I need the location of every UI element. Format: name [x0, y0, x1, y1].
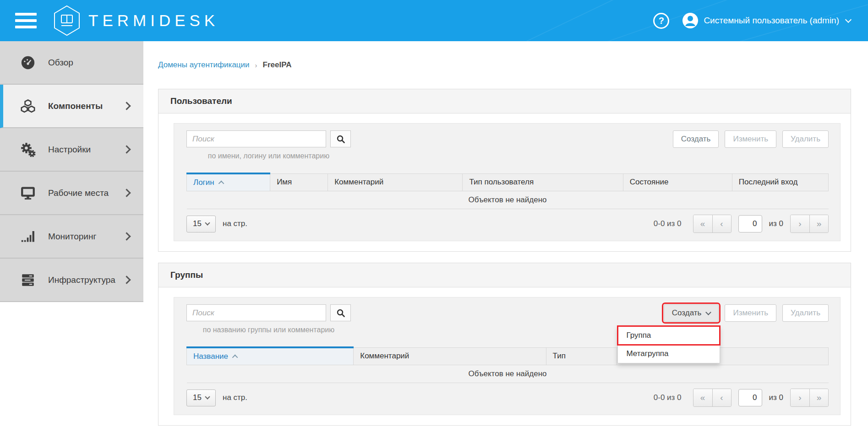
users-delete-button[interactable]: Удалить — [782, 130, 829, 148]
chevron-right-icon — [122, 276, 131, 284]
groups-range-label: 0-0 из 0 — [654, 393, 682, 402]
groups-first-page-button[interactable]: « — [693, 389, 712, 406]
users-col-last-login[interactable]: Последний вход — [732, 173, 828, 191]
users-search-input[interactable] — [186, 130, 326, 147]
users-col-type[interactable]: Тип пользователя — [463, 173, 623, 191]
groups-page-size-select[interactable]: 15 — [186, 389, 216, 406]
users-search-hint: по имени, логину или комментарию — [186, 152, 351, 160]
chevron-down-icon — [205, 394, 210, 399]
users-next-page-button[interactable]: › — [791, 215, 809, 232]
users-pagination: 15 на стр. 0-0 из 0 « ‹ из 0 — [186, 209, 829, 241]
users-empty-row: Объектов не найдено — [187, 191, 829, 209]
groups-last-page-button[interactable]: » — [809, 389, 828, 406]
groups-panel-title: Группы — [158, 263, 851, 287]
groups-panel: Группы — [158, 263, 851, 426]
users-range-label: 0-0 из 0 — [654, 219, 682, 228]
groups-col-title[interactable]: Название — [187, 347, 354, 365]
chevron-right-icon — [122, 232, 131, 240]
groups-create-dropdown-menu: Группа Метагруппа — [617, 326, 720, 363]
avatar-icon — [682, 12, 699, 29]
users-col-login[interactable]: Логин — [187, 173, 270, 191]
groups-col-type[interactable]: Тип — [546, 347, 617, 365]
sort-asc-icon — [218, 181, 224, 187]
sidebar-item-monitoring[interactable]: Мониторинг — [0, 215, 143, 259]
sidebar-item-settings[interactable]: Настройки — [0, 128, 143, 172]
dashboard-gauge-icon — [19, 55, 37, 70]
users-col-comment[interactable]: Комментарий — [328, 173, 463, 191]
groups-create-dropdown-button[interactable]: Создать — [664, 304, 719, 322]
breadcrumb: Домены аутентификации › FreeIPA — [158, 60, 851, 70]
users-table: Логин Имя Комментарий Тип пользователя С… — [186, 173, 829, 209]
groups-search-input[interactable] — [186, 304, 326, 321]
logo-wordmark: TERMIDESK — [88, 11, 219, 30]
sidebar-item-workplaces[interactable]: Рабочие места — [0, 172, 143, 215]
help-icon[interactable]: ? — [653, 13, 669, 29]
users-edit-button[interactable]: Изменить — [725, 130, 776, 148]
breadcrumb-current: FreeIPA — [263, 60, 292, 70]
users-of-label: из 0 — [769, 219, 783, 228]
groups-page-input[interactable] — [738, 389, 762, 406]
chevron-down-icon — [706, 309, 712, 315]
menu-hamburger-icon[interactable] — [15, 13, 37, 28]
top-header: TERMIDESK ? Системный пользователь (admi… — [0, 0, 868, 41]
menu-item-metagroup[interactable]: Метагруппа — [618, 345, 720, 363]
users-panel: Пользователи — [158, 89, 851, 252]
sidebar: Обзор Компоненты — [0, 41, 143, 302]
users-prev-page-button[interactable]: ‹ — [712, 215, 731, 232]
user-menu[interactable]: Системный пользователь (admin) — [682, 12, 851, 29]
settings-gears-icon — [19, 142, 37, 157]
groups-delete-button[interactable]: Удалить — [782, 304, 829, 322]
components-cubes-icon — [19, 98, 37, 114]
monitoring-chart-icon — [19, 229, 37, 244]
sidebar-item-overview[interactable]: Обзор — [0, 41, 143, 85]
sidebar-item-components[interactable]: Компоненты — [0, 85, 143, 128]
chevron-down-icon — [845, 16, 852, 22]
groups-edit-button[interactable]: Изменить — [725, 304, 776, 322]
termidesk-logo-icon — [53, 5, 81, 36]
users-col-name[interactable]: Имя — [270, 173, 328, 191]
groups-pagination: 15 на стр. 0-0 из 0 « ‹ из 0 — [186, 383, 829, 415]
users-search-block: по имени, логину или комментарию — [186, 130, 351, 160]
groups-empty-row: Объектов не найдено — [187, 365, 829, 383]
users-panel-title: Пользователи — [158, 89, 851, 114]
sort-asc-icon — [232, 355, 238, 361]
infrastructure-servers-icon — [19, 272, 37, 288]
users-first-page-button[interactable]: « — [693, 215, 712, 232]
users-create-button[interactable]: Создать — [673, 130, 719, 148]
per-page-label: на стр. — [223, 219, 247, 228]
groups-table: Название Комментарий Тип Объектов не най… — [186, 346, 829, 383]
groups-next-page-button[interactable]: › — [791, 389, 809, 406]
users-page-size-select[interactable]: 15 — [186, 216, 216, 232]
sidebar-item-label: Обзор — [48, 58, 73, 68]
sidebar-item-label: Компоненты — [48, 101, 103, 111]
sidebar-item-label: Настройки — [48, 145, 91, 155]
chevron-right-icon — [122, 189, 131, 197]
per-page-label: на стр. — [223, 393, 247, 402]
groups-search-button[interactable] — [330, 304, 351, 321]
chevron-down-icon — [205, 220, 210, 225]
sidebar-item-label: Инфраструктура — [48, 275, 115, 285]
sidebar-item-label: Мониторинг — [48, 232, 96, 242]
users-last-page-button[interactable]: » — [809, 215, 828, 232]
chevron-right-icon — [122, 145, 131, 153]
main-content: Домены аутентификации › FreeIPA Пользова… — [143, 41, 868, 426]
breadcrumb-link-auth-domains[interactable]: Домены аутентификации — [158, 60, 250, 70]
users-page-input[interactable] — [738, 215, 762, 232]
breadcrumb-separator: › — [255, 61, 257, 69]
user-name: Системный пользователь (admin) — [704, 16, 839, 26]
sidebar-item-label: Рабочие места — [48, 188, 109, 198]
groups-prev-page-button[interactable]: ‹ — [712, 389, 731, 406]
groups-col-comment[interactable]: Комментарий — [354, 347, 546, 365]
sidebar-item-infrastructure[interactable]: Инфраструктура — [0, 259, 143, 302]
search-icon — [336, 308, 345, 318]
groups-search-block: по названию группы или комментарию — [186, 304, 351, 334]
users-search-button[interactable] — [330, 130, 351, 147]
app-logo[interactable]: TERMIDESK — [53, 5, 219, 36]
users-col-state[interactable]: Состояние — [623, 173, 732, 191]
chevron-right-icon — [122, 102, 131, 110]
groups-search-hint: по названию группы или комментарию — [186, 326, 351, 334]
workplaces-monitor-icon — [19, 185, 37, 201]
menu-item-group[interactable]: Группа — [618, 326, 720, 345]
groups-of-label: из 0 — [769, 393, 783, 402]
search-icon — [336, 135, 345, 144]
